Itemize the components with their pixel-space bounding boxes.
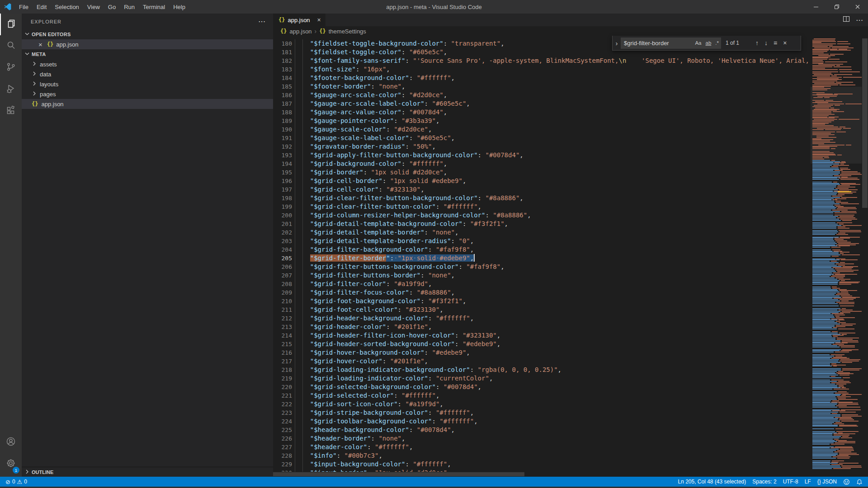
code-line-215[interactable]: 215 "$grid-header-sorted-background-colo… (273, 340, 811, 348)
code-line-208[interactable]: 208 "$grid-filter-color": "#a19f9d", (273, 280, 811, 288)
code-line-183[interactable]: 183 "$font-size": "16px", (273, 65, 811, 74)
outline-section-header[interactable]: OUTLINE (22, 467, 273, 477)
language-mode[interactable]: {} JSON (817, 479, 837, 485)
code-line-213[interactable]: 213 "$grid-header-color": "#201f1e", (273, 323, 811, 331)
menu-help[interactable]: Help (169, 0, 189, 14)
split-editor-icon[interactable] (843, 15, 850, 24)
code-line-193[interactable]: 193 "$grid-apply-filter-button-backgroun… (273, 151, 811, 160)
close-find-icon[interactable]: × (783, 39, 787, 47)
tree-item-assets[interactable]: assets (22, 59, 273, 69)
code-line-230[interactable]: 230 "$input-border": "1px solid #d2d0ce"… (273, 469, 811, 472)
regex-toggle[interactable]: .* (715, 40, 719, 46)
cursor-position[interactable]: Ln 205, Col 48 (43 selected) (678, 479, 746, 485)
indentation[interactable]: Spaces: 2 (752, 479, 776, 485)
code-line-214[interactable]: 214 "$grid-header-filter-icon-hover-colo… (273, 331, 811, 340)
horizontal-scrollbar[interactable] (273, 472, 811, 477)
previous-match-icon[interactable]: ↑ (755, 39, 759, 47)
activitybar-run-debug[interactable] (0, 79, 22, 100)
activitybar-extensions[interactable] (0, 100, 22, 122)
next-match-icon[interactable]: ↓ (764, 39, 768, 47)
code-line-226[interactable]: 226 "$header-border": "none", (273, 434, 811, 443)
tree-item-app.json[interactable]: {}app.json (22, 99, 273, 109)
activitybar-source-control[interactable] (0, 57, 22, 79)
find-in-selection-icon[interactable]: ≡ (774, 39, 777, 47)
close-editor-icon[interactable]: × (38, 41, 42, 48)
minimize-button[interactable] (806, 0, 826, 14)
code-line-195[interactable]: 195 "$grid-border": "1px solid #d2d0ce", (273, 168, 811, 177)
code-line-190[interactable]: 190 "$gauge-scale-color": "#d2d0ce", (273, 125, 811, 134)
code-line-203[interactable]: 203 "$grid-detail-template-border-radius… (273, 237, 811, 245)
code-line-210[interactable]: 210 "$grid-foot-background-color": "#f3f… (273, 297, 811, 305)
tab-app-json[interactable]: {} app.json × (273, 14, 326, 26)
menu-selection[interactable]: Selection (51, 0, 83, 14)
code-line-191[interactable]: 191 "$gauge-scale-label-color": "#605e5c… (273, 134, 811, 142)
menu-run[interactable]: Run (120, 0, 139, 14)
code-line-225[interactable]: 225 "$header-background-color": "#0078d4… (273, 426, 811, 434)
breadcrumb-file[interactable]: app.json (289, 28, 311, 35)
activitybar-accounts[interactable] (0, 432, 22, 453)
code-line-197[interactable]: 197 "$grid-cell-color": "#323130", (273, 185, 811, 194)
activitybar-manage[interactable]: 1 (0, 453, 22, 475)
folder-section-header[interactable]: META (22, 49, 273, 59)
close-window-button[interactable] (847, 0, 868, 14)
eol-sequence[interactable]: LF (805, 479, 811, 485)
code-line-220[interactable]: 220 "$grid-selected-background-color": "… (273, 383, 811, 391)
find-input[interactable]: $grid-filter-border Aa ab .* (621, 38, 721, 49)
menu-terminal[interactable]: Terminal (139, 0, 169, 14)
code-line-184[interactable]: 184 "$footer-background-color": "#ffffff… (273, 74, 811, 82)
notifications-bell-icon[interactable] (856, 479, 863, 485)
code-line-201[interactable]: 201 "$grid-detail-template-background-co… (273, 220, 811, 228)
encoding[interactable]: UTF-8 (783, 479, 798, 485)
code-line-228[interactable]: 228 "$info": "#00b7c3", (273, 451, 811, 460)
breadcrumb-symbol[interactable]: themeSettings (329, 28, 366, 35)
code-line-205[interactable]: 205 "$grid-filter-border":·"1px·solid·#e… (273, 254, 811, 263)
code-line-192[interactable]: 192 "$gravatar-border-radius": "50%", (273, 142, 811, 151)
code-line-216[interactable]: 216 "$grid-hover-background-color": "#ed… (273, 348, 811, 357)
code-line-202[interactable]: 202 "$grid-detail-template-border": "non… (273, 228, 811, 237)
whole-word-toggle[interactable]: ab (706, 40, 712, 46)
code-line-199[interactable]: 199 "$grid-clear-filter-button-color": "… (273, 202, 811, 211)
code-line-204[interactable]: 204 "$grid-filter-background-color": "#f… (273, 245, 811, 254)
menu-view[interactable]: View (83, 0, 104, 14)
code-line-224[interactable]: 224 "$grid-toolbar-background-color": "#… (273, 417, 811, 426)
restore-button[interactable] (826, 0, 847, 14)
more-actions-icon[interactable]: ··· (856, 17, 863, 23)
code-line-229[interactable]: 229 "$input-background-color": "#ffffff"… (273, 460, 811, 469)
tree-item-layouts[interactable]: layouts (22, 79, 273, 89)
code-line-223[interactable]: 223 "$grid-stripe-background-color": "#f… (273, 408, 811, 417)
menu-edit[interactable]: Edit (33, 0, 51, 14)
code-line-207[interactable]: 207 "$grid-filter-buttons-border": "none… (273, 271, 811, 280)
open-editor-item-app.json[interactable]: ×{}app.json (22, 39, 273, 49)
code-line-200[interactable]: 200 "$grid-column-resizer-helper-backgro… (273, 211, 811, 220)
menu-file[interactable]: File (15, 0, 33, 14)
problems-indicator[interactable]: ⊘ 0 ⚠ 0 (5, 479, 27, 485)
code-line-194[interactable]: 194 "$grid-background-color": "#ffffff", (273, 160, 811, 168)
tree-item-data[interactable]: data (22, 69, 273, 79)
code-line-186[interactable]: 186 "$gauge-arc-scale-color": "#d2d0ce", (273, 91, 811, 99)
activitybar-explorer[interactable] (0, 14, 22, 35)
vertical-scrollbar-thumb[interactable] (862, 38, 868, 208)
code-line-188[interactable]: 188 "$gauge-arc-value-color": "#0078d4", (273, 108, 811, 117)
vertical-scrollbar[interactable] (862, 36, 868, 477)
views-and-more-actions-icon[interactable]: ··· (259, 14, 266, 29)
code-line-198[interactable]: 198 "$grid-clear-filter-button-backgroun… (273, 194, 811, 202)
feedback-icon[interactable] (843, 479, 850, 485)
code-line-187[interactable]: 187 "$gauge-arc-scale-label-color": "#60… (273, 99, 811, 108)
minimap[interactable] (811, 37, 862, 472)
code-editor[interactable]: 180 "$fieldset-toggle-background-color":… (273, 36, 811, 472)
code-line-218[interactable]: 218 "$grid-loading-indicator-background-… (273, 366, 811, 374)
close-tab-icon[interactable]: × (317, 17, 321, 23)
code-line-189[interactable]: 189 "$gauge-pointer-color": "#3b3a39", (273, 117, 811, 125)
horizontal-scrollbar-thumb[interactable] (273, 472, 524, 476)
code-line-209[interactable]: 209 "$grid-filter-focus-color": "#8a8886… (273, 288, 811, 297)
code-line-212[interactable]: 212 "$grid-header-background-color": "#f… (273, 314, 811, 323)
code-line-185[interactable]: 185 "$footer-border": "none", (273, 82, 811, 91)
tree-item-pages[interactable]: pages (22, 89, 273, 99)
toggle-replace-icon[interactable]: › (613, 36, 621, 50)
code-line-217[interactable]: 217 "$grid-hover-color": "#201f1e", (273, 357, 811, 366)
code-line-221[interactable]: 221 "$grid-selected-color": "#ffffff", (273, 391, 811, 400)
code-line-196[interactable]: 196 "$grid-cell-border": "1px solid #ede… (273, 177, 811, 185)
code-line-227[interactable]: 227 "$header-color": "#ffffff", (273, 443, 811, 451)
code-line-222[interactable]: 222 "$grid-sort-icon-color": "#a19f9d", (273, 400, 811, 408)
code-line-211[interactable]: 211 "$grid-foot-cell-color": "#323130", (273, 305, 811, 314)
